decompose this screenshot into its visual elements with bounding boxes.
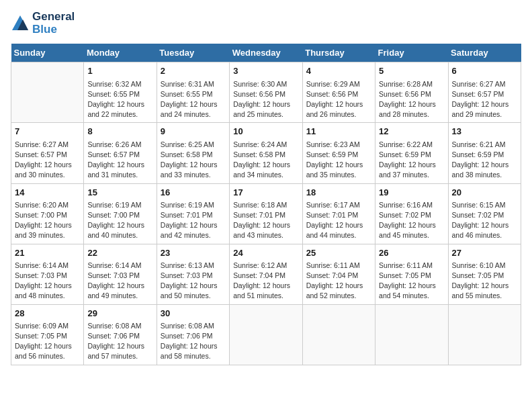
day-number: 26 <box>379 247 444 259</box>
day-info: Sunrise: 6:28 AM Sunset: 6:56 PM Dayligh… <box>379 79 444 120</box>
calendar-cell: 25Sunrise: 6:11 AM Sunset: 7:04 PM Dayli… <box>302 244 375 304</box>
day-info: Sunrise: 6:23 AM Sunset: 6:59 PM Dayligh… <box>306 140 371 181</box>
day-header-monday: Monday <box>84 44 157 62</box>
calendar-cell: 24Sunrise: 6:12 AM Sunset: 7:04 PM Dayli… <box>230 244 302 304</box>
day-info: Sunrise: 6:08 AM Sunset: 7:06 PM Dayligh… <box>87 321 152 362</box>
day-number: 21 <box>15 247 80 259</box>
calendar-cell: 7Sunrise: 6:27 AM Sunset: 6:57 PM Daylig… <box>11 123 84 183</box>
day-info: Sunrise: 6:19 AM Sunset: 7:01 PM Dayligh… <box>161 200 226 241</box>
calendar-cell: 9Sunrise: 6:25 AM Sunset: 6:58 PM Daylig… <box>157 123 229 183</box>
day-info: Sunrise: 6:12 AM Sunset: 7:04 PM Dayligh… <box>233 261 298 302</box>
calendar-week-5: 28Sunrise: 6:09 AM Sunset: 7:05 PM Dayli… <box>11 304 521 365</box>
day-number: 6 <box>452 65 517 77</box>
day-number: 23 <box>161 247 226 259</box>
day-number: 24 <box>233 247 298 259</box>
day-info: Sunrise: 6:21 AM Sunset: 6:59 PM Dayligh… <box>452 140 517 181</box>
day-info: Sunrise: 6:24 AM Sunset: 6:58 PM Dayligh… <box>233 140 298 181</box>
logo: General Blue <box>11 11 75 36</box>
day-number: 5 <box>379 65 444 77</box>
day-info: Sunrise: 6:20 AM Sunset: 7:00 PM Dayligh… <box>15 200 80 241</box>
day-number: 10 <box>233 126 298 138</box>
day-info: Sunrise: 6:19 AM Sunset: 7:00 PM Dayligh… <box>87 200 152 241</box>
calendar-cell: 5Sunrise: 6:28 AM Sunset: 6:56 PM Daylig… <box>375 62 448 123</box>
day-number: 20 <box>452 187 517 199</box>
calendar-header-row: SundayMondayTuesdayWednesdayThursdayFrid… <box>11 44 521 62</box>
calendar-cell <box>302 304 375 365</box>
day-number: 27 <box>452 247 517 259</box>
day-info: Sunrise: 6:14 AM Sunset: 7:03 PM Dayligh… <box>15 261 80 302</box>
day-info: Sunrise: 6:27 AM Sunset: 6:57 PM Dayligh… <box>452 79 517 120</box>
calendar-week-1: 1Sunrise: 6:32 AM Sunset: 6:55 PM Daylig… <box>11 62 521 123</box>
day-info: Sunrise: 6:30 AM Sunset: 6:56 PM Dayligh… <box>233 79 298 120</box>
calendar-cell: 18Sunrise: 6:17 AM Sunset: 7:01 PM Dayli… <box>302 183 375 244</box>
day-number: 9 <box>161 126 226 138</box>
day-header-wednesday: Wednesday <box>230 44 302 62</box>
day-info: Sunrise: 6:27 AM Sunset: 6:57 PM Dayligh… <box>15 140 80 181</box>
day-info: Sunrise: 6:15 AM Sunset: 7:02 PM Dayligh… <box>452 200 517 241</box>
calendar-cell: 6Sunrise: 6:27 AM Sunset: 6:57 PM Daylig… <box>448 62 521 123</box>
day-number: 8 <box>87 126 152 138</box>
calendar-cell: 20Sunrise: 6:15 AM Sunset: 7:02 PM Dayli… <box>448 183 521 244</box>
calendar-cell <box>448 304 521 365</box>
day-number: 22 <box>87 247 152 259</box>
calendar-cell: 22Sunrise: 6:14 AM Sunset: 7:03 PM Dayli… <box>84 244 157 304</box>
day-number: 18 <box>306 187 371 199</box>
calendar-cell: 13Sunrise: 6:21 AM Sunset: 6:59 PM Dayli… <box>448 123 521 183</box>
calendar-cell: 1Sunrise: 6:32 AM Sunset: 6:55 PM Daylig… <box>84 62 157 123</box>
day-header-sunday: Sunday <box>11 44 84 62</box>
day-number: 28 <box>15 308 80 320</box>
day-info: Sunrise: 6:26 AM Sunset: 6:57 PM Dayligh… <box>87 140 152 181</box>
day-number: 17 <box>233 187 298 199</box>
calendar-week-3: 14Sunrise: 6:20 AM Sunset: 7:00 PM Dayli… <box>11 183 521 244</box>
day-info: Sunrise: 6:10 AM Sunset: 7:05 PM Dayligh… <box>452 261 517 302</box>
day-info: Sunrise: 6:11 AM Sunset: 7:05 PM Dayligh… <box>379 261 444 302</box>
calendar-cell <box>230 304 302 365</box>
calendar-cell: 4Sunrise: 6:29 AM Sunset: 6:56 PM Daylig… <box>302 62 375 123</box>
day-number: 3 <box>233 65 298 77</box>
day-number: 25 <box>306 247 371 259</box>
calendar-cell: 15Sunrise: 6:19 AM Sunset: 7:00 PM Dayli… <box>84 183 157 244</box>
day-info: Sunrise: 6:17 AM Sunset: 7:01 PM Dayligh… <box>306 200 371 241</box>
calendar-cell: 17Sunrise: 6:18 AM Sunset: 7:01 PM Dayli… <box>230 183 302 244</box>
calendar-cell: 10Sunrise: 6:24 AM Sunset: 6:58 PM Dayli… <box>230 123 302 183</box>
calendar-week-4: 21Sunrise: 6:14 AM Sunset: 7:03 PM Dayli… <box>11 244 521 304</box>
day-number: 11 <box>306 126 371 138</box>
calendar-cell: 27Sunrise: 6:10 AM Sunset: 7:05 PM Dayli… <box>448 244 521 304</box>
calendar-cell <box>11 62 84 123</box>
day-number: 19 <box>379 187 444 199</box>
day-header-saturday: Saturday <box>448 44 521 62</box>
calendar-cell: 29Sunrise: 6:08 AM Sunset: 7:06 PM Dayli… <box>84 304 157 365</box>
logo-text: General Blue <box>32 11 75 36</box>
day-info: Sunrise: 6:13 AM Sunset: 7:03 PM Dayligh… <box>161 261 226 302</box>
calendar-cell <box>375 304 448 365</box>
calendar-cell: 14Sunrise: 6:20 AM Sunset: 7:00 PM Dayli… <box>11 183 84 244</box>
day-number: 1 <box>87 65 152 77</box>
calendar-cell: 26Sunrise: 6:11 AM Sunset: 7:05 PM Dayli… <box>375 244 448 304</box>
day-info: Sunrise: 6:11 AM Sunset: 7:04 PM Dayligh… <box>306 261 371 302</box>
calendar-cell: 11Sunrise: 6:23 AM Sunset: 6:59 PM Dayli… <box>302 123 375 183</box>
day-info: Sunrise: 6:16 AM Sunset: 7:02 PM Dayligh… <box>379 200 444 241</box>
day-info: Sunrise: 6:09 AM Sunset: 7:05 PM Dayligh… <box>15 321 80 362</box>
day-info: Sunrise: 6:18 AM Sunset: 7:01 PM Dayligh… <box>233 200 298 241</box>
calendar-cell: 8Sunrise: 6:26 AM Sunset: 6:57 PM Daylig… <box>84 123 157 183</box>
calendar-cell: 21Sunrise: 6:14 AM Sunset: 7:03 PM Dayli… <box>11 244 84 304</box>
day-info: Sunrise: 6:25 AM Sunset: 6:58 PM Dayligh… <box>161 140 226 181</box>
day-number: 4 <box>306 65 371 77</box>
day-number: 15 <box>87 187 152 199</box>
day-header-thursday: Thursday <box>302 44 375 62</box>
day-number: 30 <box>161 308 226 320</box>
day-header-tuesday: Tuesday <box>157 44 229 62</box>
day-info: Sunrise: 6:31 AM Sunset: 6:55 PM Dayligh… <box>161 79 226 120</box>
day-number: 7 <box>15 126 80 138</box>
calendar-table: SundayMondayTuesdayWednesdayThursdayFrid… <box>11 44 521 365</box>
calendar-cell: 2Sunrise: 6:31 AM Sunset: 6:55 PM Daylig… <box>157 62 229 123</box>
calendar-cell: 23Sunrise: 6:13 AM Sunset: 7:03 PM Dayli… <box>157 244 229 304</box>
calendar-cell: 3Sunrise: 6:30 AM Sunset: 6:56 PM Daylig… <box>230 62 302 123</box>
calendar-week-2: 7Sunrise: 6:27 AM Sunset: 6:57 PM Daylig… <box>11 123 521 183</box>
page-header: General Blue <box>11 11 521 36</box>
day-info: Sunrise: 6:22 AM Sunset: 6:59 PM Dayligh… <box>379 140 444 181</box>
logo-icon <box>11 14 30 33</box>
day-info: Sunrise: 6:32 AM Sunset: 6:55 PM Dayligh… <box>87 79 152 120</box>
day-info: Sunrise: 6:29 AM Sunset: 6:56 PM Dayligh… <box>306 79 371 120</box>
calendar-cell: 12Sunrise: 6:22 AM Sunset: 6:59 PM Dayli… <box>375 123 448 183</box>
